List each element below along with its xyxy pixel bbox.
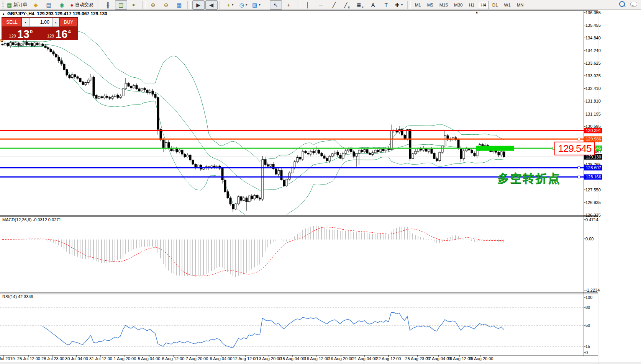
svg-text:131.810: 131.810 [585, 99, 601, 103]
volume-input[interactable] [29, 18, 52, 27]
svg-text:31 Jul 12:00: 31 Jul 12:00 [89, 356, 112, 361]
svg-text:133.025: 133.025 [585, 73, 601, 78]
svg-text:129.986: 129.986 [586, 137, 601, 141]
svg-text:19 Aug 20:00: 19 Aug 20:00 [329, 356, 354, 361]
buy-price-big: 16 [55, 29, 67, 39]
buy-price-prefix: 129 [47, 34, 54, 38]
candles [2, 40, 505, 212]
collapse-panel-icon[interactable]: ▲ [2, 12, 5, 16]
svg-text:15 Aug 04:00: 15 Aug 04:00 [280, 356, 305, 361]
rsi-pane [0, 307, 584, 348]
svg-text:6 Aug 12:00: 6 Aug 12:00 [162, 356, 185, 361]
price-level-textbox[interactable]: 129.545 [554, 142, 595, 155]
svg-text:25 Jul 12:00: 25 Jul 12:00 [17, 356, 40, 361]
scroll-marker-icon: ▲ [475, 10, 479, 14]
svg-text:127.550: 127.550 [585, 188, 601, 192]
svg-text:131.195: 131.195 [585, 112, 601, 116]
svg-text:21 Aug 04:00: 21 Aug 04:00 [352, 356, 377, 361]
line-handle[interactable] [578, 166, 580, 169]
svg-text:134.840: 134.840 [585, 36, 601, 40]
svg-text:24 Jul 2019: 24 Jul 2019 [0, 356, 15, 361]
svg-text:132.410: 132.410 [585, 86, 601, 91]
svg-text:0.00: 0.00 [585, 237, 593, 241]
svg-text:136.055: 136.055 [585, 10, 601, 15]
svg-text:12 Aug 12:00: 12 Aug 12:00 [233, 356, 258, 361]
svg-text:30 Jul 04:00: 30 Jul 04:00 [65, 356, 88, 361]
time-axis[interactable]: 24 Jul 201925 Jul 12:0028 Jul 23:0030 Ju… [0, 355, 493, 361]
symbol-ohlc-text: GBPJPY-,H4 129.293 129.417 129.067 129.1… [7, 11, 107, 16]
volume-decrease-button[interactable]: ▼ [22, 18, 29, 27]
svg-text:9 Aug 04:00: 9 Aug 04:00 [210, 356, 233, 361]
price-axis[interactable]: 136.055135.455134.840134.240133.625133.0… [584, 10, 602, 217]
bollinger-bands [8, 30, 504, 221]
svg-text:135.455: 135.455 [585, 23, 601, 28]
svg-text:126.335: 126.335 [585, 213, 601, 217]
chinese-annotation-text: 多空转折点 [497, 171, 561, 186]
sell-button[interactable]: SELL [2, 18, 22, 27]
green-highlight-zone[interactable] [476, 146, 514, 151]
svg-text:128.607: 128.607 [586, 165, 601, 170]
sell-price-sup: 0 [30, 29, 33, 34]
svg-text:1 Aug 20:00: 1 Aug 20:00 [114, 356, 136, 361]
volume-increase-button[interactable]: ▲ [52, 18, 59, 27]
mt4-window: 136.055135.455134.840134.240133.625133.0… [0, 0, 641, 364]
buy-price[interactable]: 129 16 4 [40, 27, 78, 40]
svg-text:126.935: 126.935 [585, 200, 601, 205]
symbol-info-bar[interactable]: ▲ GBPJPY-,H4 129.293 129.417 129.067 129… [2, 11, 107, 16]
indicator-axis: 0.47140.00-1.22341008050150 [584, 217, 600, 355]
macd-pane [2, 225, 504, 277]
svg-text:128.166: 128.166 [586, 175, 601, 179]
sell-price[interactable]: 129 13 0 [2, 27, 40, 40]
svg-text:134.240: 134.240 [585, 48, 601, 53]
rsi-indicator-label: RSI(14) 42.3349 [2, 294, 33, 299]
svg-text:0: 0 [585, 350, 588, 355]
one-click-trade-panel: SELL ▼ ▲ BUY 129 13 0 129 16 4 [2, 17, 78, 40]
macd-indicator-label: MACD(12,26,9) -0.0312 0.0271 [2, 217, 61, 222]
svg-text:29 Aug 20:00: 29 Aug 20:00 [469, 356, 493, 361]
buy-button[interactable]: BUY [59, 18, 78, 27]
svg-text:13 Aug 20:00: 13 Aug 20:00 [257, 356, 282, 361]
sell-price-big: 13 [17, 29, 30, 39]
svg-text:28 Jul 23:00: 28 Jul 23:00 [41, 356, 64, 361]
svg-text:133.625: 133.625 [585, 61, 601, 65]
svg-text:15: 15 [585, 344, 590, 349]
svg-text:22 Aug 12:00: 22 Aug 12:00 [376, 356, 401, 361]
svg-text:130.391: 130.391 [586, 128, 601, 133]
svg-text:100: 100 [585, 295, 592, 300]
buy-price-sup: 4 [68, 29, 70, 34]
svg-text:-1.2234: -1.2234 [585, 288, 600, 292]
svg-text:50: 50 [585, 323, 590, 328]
svg-text:80: 80 [585, 305, 590, 310]
svg-text:16 Aug 12:00: 16 Aug 12:00 [305, 356, 330, 361]
line-handle[interactable] [578, 138, 580, 140]
svg-text:0.4714: 0.4714 [585, 217, 598, 222]
sell-price-prefix: 129 [9, 34, 16, 38]
svg-text:5 Aug 04:00: 5 Aug 04:00 [138, 356, 161, 361]
svg-text:7 Aug 20:00: 7 Aug 20:00 [186, 356, 208, 361]
line-handle[interactable] [578, 176, 580, 178]
